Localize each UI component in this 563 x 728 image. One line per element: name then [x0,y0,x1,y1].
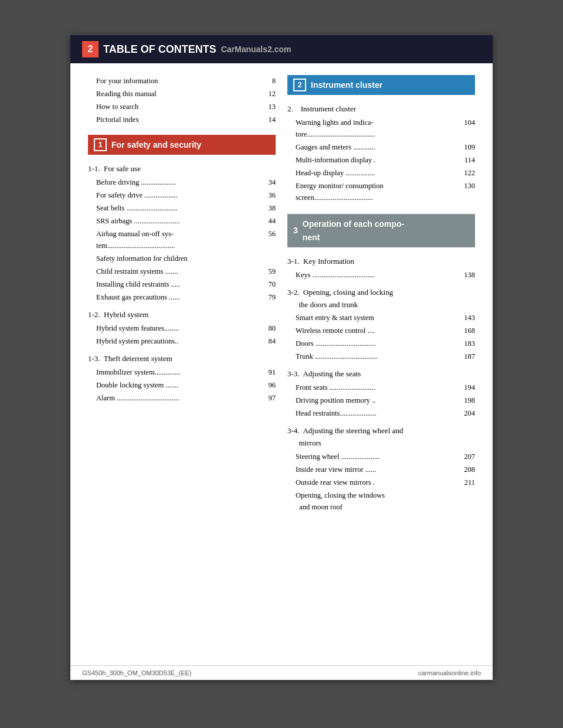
subsection-title: For safe use [104,164,141,173]
subsection-id: 2. [287,104,299,113]
subsection-id: 3-3. [287,369,301,378]
entry-page: 14 [259,114,276,125]
toc-double-locking: Double locking system ....... 96 [96,379,276,391]
toc-safety-children: Safety information for children [96,253,276,264]
toc-head-restraints: Head restraints.................... 204 [296,407,475,419]
subsection-id: 3-1. [287,257,301,266]
subsection-title: Opening, closing and locking the doors a… [287,288,393,309]
subsection-id: 3-4. [287,426,301,435]
toc-outside-mirror: Outside rear view mirrors . 211 [296,477,475,488]
toc-hybrid-features: Hybrid system features........ 80 [96,322,276,334]
toc-steering-wheel: Steering wheel ..................... 207 [296,451,475,462]
toc-driving-position: Driving position memory .. 198 [296,394,475,406]
toc-entry-pictorial: Pictorial index 14 [96,114,276,125]
subsection-title: Adjusting the steering wheel and mirrors [287,426,403,447]
subsection-3-1: 3-1. Key Information [287,256,475,268]
subsection-3-4: 3-4. Adjusting the steering wheel and mi… [287,425,475,450]
toc-inside-mirror: Inside rear view mirror ...... 208 [296,464,475,475]
toc-trunk: Trunk ..................................… [296,351,475,362]
toc-entry-reading: Reading this manual 12 [96,88,276,100]
toc-srs-airbags: SRS airbags ......................... 44 [96,215,276,227]
subsection-id: 1-3. [88,354,102,363]
subsection-1-1: 1-1. For safe use [88,163,276,175]
entry-label: How to search [96,101,259,113]
intro-toc: For your information 8 Reading this manu… [88,75,276,125]
toc-warning-lights: Warning lights and indica-tore..........… [296,117,475,140]
page-title: TABLE OF CONTENTS [103,43,216,56]
toc-entry-search: How to search 13 [96,101,276,113]
toc-front-seats: Front seats ......................... 19… [296,382,475,393]
section3-title: Operation of each compo-nent [303,217,404,244]
chapter-number: 2 [82,41,99,57]
toc-wireless: Wireless remote control .... 168 [296,325,475,336]
page-footer: GS450h_300h_OM_OM30D53E_(EE) carmanualso… [70,665,493,680]
toc-smart-entry: Smart entry & start system 143 [296,312,475,324]
section2-title: Instrument cluster [311,79,382,91]
footer-model: GS450h_300h_OM_OM30D53E_(EE) [82,669,192,676]
subsection-2: 2. Instrument cluster [287,103,475,115]
entry-label: For your information [96,75,259,87]
subsection-id: 1-1. [88,164,102,173]
toc-hybrid-precautions: Hybrid system precautions.. 84 [96,335,276,347]
toc-airbag-manual: Airbag manual on-off sys-tem............… [96,228,276,251]
toc-gauges: Gauges and meters ............ 109 [296,141,475,153]
watermark-text: CarManuals2.com [221,45,291,54]
subsection-3-2: 3-2. Opening, closing and locking the do… [287,287,475,311]
section2-header: 2 Instrument cluster [287,75,475,95]
toc-multi-info: Multi-information display . 114 [296,154,475,166]
subsection-title: Theft deterrent system [104,354,172,363]
toc-installing-child: Installing child restraints ..... 70 [96,278,276,290]
footer-website: carmanualsonline.info [418,669,481,676]
main-content: For your information 8 Reading this manu… [70,63,493,526]
toc-head-up: Head-up display ................ 122 [296,167,475,179]
subsection-1-3: 1-3. Theft deterrent system [88,353,276,365]
toc-keys: Keys .................................. … [296,269,475,281]
section2-badge: 2 [293,79,306,91]
entry-page: 13 [259,101,276,113]
toc-safety-drive: For safety drive .................. 36 [96,189,276,201]
right-column: 2 Instrument cluster 2. Instrument clust… [287,75,475,514]
toc-doors: Doors ................................. … [296,338,475,349]
toc-entry-for-your-info: For your information 8 [96,75,276,87]
section1-title: For safety and security [111,138,201,151]
subsection-id: 1-2. [88,310,102,319]
toc-windows-moonroof: Opening, closing the windows and moon ro… [296,489,475,513]
subsection-1-2: 1-2. Hybrid system [88,309,276,321]
subsection-title: Adjusting the seats [303,369,361,378]
toc-child-restraint-systems: Child restraint systems ....... 59 [96,266,276,277]
subsection-title: Key Information [303,257,354,266]
subsection-title: Instrument cluster [301,104,356,113]
toc-seat-belts: Seat belts ............................ … [96,202,276,214]
entry-page: 12 [259,88,276,100]
toc-immobilizer: Immobilizer system.............. 91 [96,366,276,378]
entry-label: Reading this manual [96,88,259,100]
section1-badge: 1 [94,138,107,151]
toc-energy-monitor: Energy monitor/ consumptionscreen.......… [296,180,475,203]
section1-header: 1 For safety and security [88,135,276,155]
toc-before-driving: Before driving ................... 34 [96,176,276,188]
page-header: 2 TABLE OF CONTENTS CarManuals2.com [70,35,493,63]
subsection-3-3: 3-3. Adjusting the seats [287,368,475,380]
page: 2 TABLE OF CONTENTS CarManuals2.com For … [70,35,493,680]
left-column: For your information 8 Reading this manu… [88,75,276,514]
section3-badge: 3 [293,224,298,237]
toc-alarm: Alarm ..................................… [96,392,276,404]
section3-header: 3 Operation of each compo-nent [287,214,475,247]
subsection-id: 3-2. [287,288,301,297]
subsection-title: Hybrid system [104,310,148,319]
entry-label: Pictorial index [96,114,259,125]
entry-page: 8 [259,75,276,87]
toc-exhaust-gas: Exhaust gas precautions ...... 79 [96,291,276,303]
